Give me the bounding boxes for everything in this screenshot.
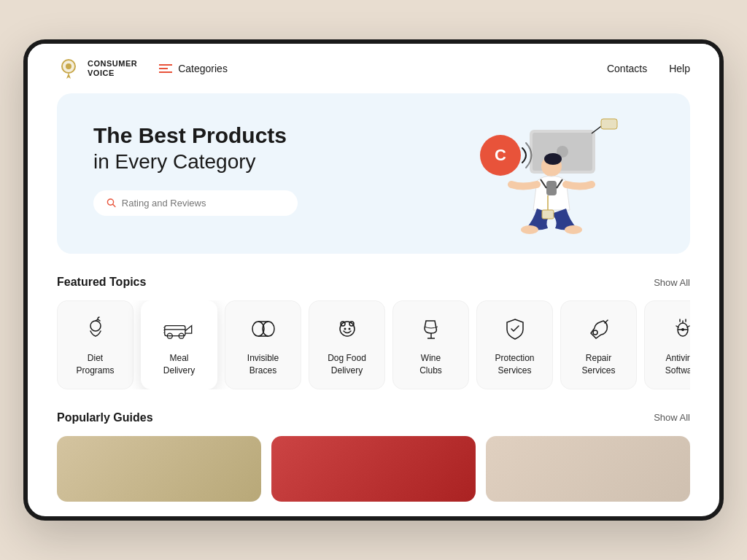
braces-label: InvisibleBraces	[247, 352, 279, 377]
search-icon	[107, 198, 116, 208]
svg-point-48	[681, 328, 684, 331]
logo-text: CONSUMER VOICE	[88, 59, 137, 78]
topic-card-wine[interactable]: WineClubs	[392, 300, 469, 389]
svg-text:C: C	[495, 146, 506, 164]
featured-section-header: Featured Topics Show All	[57, 276, 690, 289]
svg-rect-9	[601, 119, 617, 129]
guides-grid	[57, 436, 690, 502]
svg-point-32	[340, 322, 355, 336]
categories-label: Categories	[178, 63, 228, 74]
meal-icon	[163, 313, 196, 345]
contacts-link[interactable]: Contacts	[607, 63, 647, 74]
svg-point-21	[90, 321, 101, 331]
featured-show-all[interactable]: Show All	[654, 277, 690, 288]
antivirus-label: AntivirusSoftware	[665, 352, 690, 377]
svg-point-39	[593, 330, 597, 335]
guide-card-1[interactable]	[57, 436, 261, 502]
svg-point-35	[344, 328, 346, 330]
diet-icon	[80, 313, 112, 345]
help-link[interactable]: Help	[669, 63, 690, 74]
svg-point-18	[565, 225, 582, 234]
svg-rect-14	[546, 181, 557, 195]
svg-point-17	[521, 225, 538, 234]
meal-label: MealDelivery	[163, 352, 195, 377]
guides-show-all[interactable]: Show All	[654, 412, 690, 423]
guides-title: Popularly Guides	[57, 411, 153, 424]
topic-card-antivirus[interactable]: AntivirusSoftware	[644, 300, 690, 389]
protection-icon	[499, 313, 531, 345]
dogfood-label: Dog FoodDelivery	[328, 352, 366, 377]
wine-label: WineClubs	[419, 352, 442, 377]
hero-banner: The Best Products in Every Category	[57, 93, 690, 254]
topic-card-dogfood[interactable]: Dog FoodDelivery	[309, 300, 385, 389]
protection-label: ProtectionServices	[495, 352, 534, 377]
logo-area[interactable]: CONSUMER VOICE	[57, 57, 137, 80]
logo-icon	[57, 57, 80, 80]
featured-section: Featured Topics Show All DietPrograms	[28, 268, 719, 404]
svg-point-36	[348, 328, 350, 330]
hero-title-light: in Every Category	[93, 149, 371, 175]
topic-card-meal[interactable]: MealDelivery	[141, 300, 217, 389]
header: CONSUMER VOICE Categories Contacts Help	[28, 44, 719, 93]
hero-title-bold: The Best Products	[93, 122, 371, 149]
svg-line-4	[113, 204, 115, 206]
topic-card-protection[interactable]: ProtectionServices	[476, 300, 553, 389]
device-frame: CONSUMER VOICE Categories Contacts Help …	[23, 39, 724, 521]
dogfood-icon	[331, 313, 363, 345]
repair-icon	[583, 313, 615, 345]
braces-icon	[247, 313, 279, 345]
guides-section-header: Popularly Guides Show All	[57, 411, 690, 424]
categories-nav[interactable]: Categories	[159, 63, 228, 74]
svg-point-2	[66, 63, 71, 69]
wine-icon	[415, 313, 447, 345]
featured-title: Featured Topics	[57, 276, 146, 289]
search-input[interactable]	[122, 198, 285, 209]
topic-card-braces[interactable]: InvisibleBraces	[225, 300, 301, 389]
svg-rect-20	[542, 210, 554, 219]
diet-label: DietPrograms	[76, 352, 114, 377]
guides-section: Popularly Guides Show All	[28, 404, 719, 516]
antivirus-icon	[667, 313, 691, 345]
hero-illustration: C	[369, 101, 646, 254]
header-right: Contacts Help	[607, 63, 690, 74]
guide-card-2[interactable]	[271, 436, 476, 502]
topics-grid: DietPrograms	[57, 300, 690, 389]
hero-content: The Best Products in Every Category	[93, 122, 371, 215]
svg-point-13	[544, 153, 562, 165]
repair-label: RepairServices	[581, 352, 615, 377]
guide-card-3[interactable]	[486, 436, 690, 502]
topic-card-repair[interactable]: RepairServices	[560, 300, 637, 389]
topic-card-diet[interactable]: DietPrograms	[57, 300, 133, 389]
search-box[interactable]	[93, 190, 298, 216]
hamburger-icon	[159, 64, 172, 73]
